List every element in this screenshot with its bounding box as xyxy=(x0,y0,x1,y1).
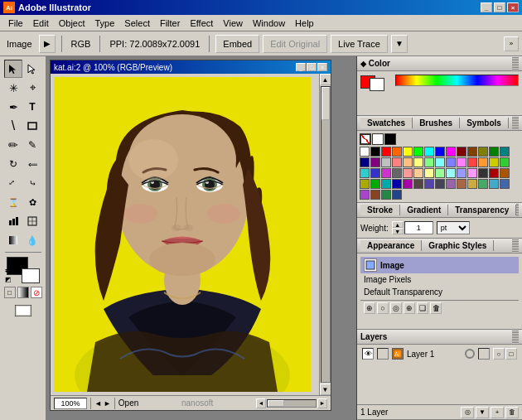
stroke-color-box[interactable] xyxy=(22,268,40,283)
weight-input[interactable] xyxy=(404,221,433,234)
swatch-item[interactable] xyxy=(392,190,402,200)
swatch-item[interactable] xyxy=(403,147,413,157)
minimize-button[interactable]: _ xyxy=(481,2,492,12)
prev-page-button[interactable]: ◄ xyxy=(94,399,102,408)
swatch-item[interactable] xyxy=(435,168,445,178)
swatch-item[interactable] xyxy=(413,179,423,189)
live-trace-arrow[interactable]: ▼ xyxy=(391,35,408,53)
swatch-item[interactable] xyxy=(478,179,488,189)
stroke-panel-grip[interactable] xyxy=(516,204,519,217)
layer-target-button[interactable] xyxy=(465,349,475,359)
menu-type[interactable]: Type xyxy=(90,17,120,30)
stroke-tab[interactable]: Stroke xyxy=(360,205,400,215)
swatch-item[interactable] xyxy=(500,157,510,167)
swatch-item[interactable] xyxy=(489,147,499,157)
swatch-item[interactable] xyxy=(457,147,466,157)
line-tool-button[interactable]: \ xyxy=(4,117,22,135)
eyedropper-tool-button[interactable]: 💧 xyxy=(23,231,41,249)
menu-file[interactable]: File xyxy=(3,17,28,30)
appearance-action-6[interactable]: 🗑 xyxy=(430,302,442,314)
live-trace-button[interactable]: Live Trace xyxy=(331,35,388,53)
swatch-item[interactable] xyxy=(446,179,456,189)
swatch-item[interactable] xyxy=(424,157,434,167)
swatch-item[interactable] xyxy=(478,147,488,157)
color-slider[interactable] xyxy=(395,75,519,86)
gradient-tab[interactable]: Gradient xyxy=(400,205,448,215)
swatches-panel-grip[interactable] xyxy=(512,117,519,130)
zoom-control[interactable] xyxy=(54,398,87,409)
edit-original-button[interactable]: Edit Original xyxy=(263,35,327,53)
column-graph-tool-button[interactable] xyxy=(4,212,22,230)
swatch-item[interactable] xyxy=(370,157,380,167)
swatch-item[interactable] xyxy=(500,147,510,157)
transparency-tab[interactable]: Transparency xyxy=(448,205,516,215)
swatch-item[interactable] xyxy=(457,157,466,167)
swatch-item[interactable] xyxy=(392,179,402,189)
layer-row-0[interactable]: 👁 Ai Layer 1 ○ □ xyxy=(359,346,520,361)
scroll-thumb[interactable] xyxy=(321,87,330,120)
scroll-right-button[interactable]: ► xyxy=(317,398,327,408)
selection-tool-button[interactable] xyxy=(4,60,22,78)
symbol-tool-button[interactable]: ✿ xyxy=(23,193,41,211)
rotate-tool-button[interactable]: ↻ xyxy=(4,155,22,173)
layer-circle-button[interactable]: ◎ xyxy=(461,407,474,418)
mesh-tool-button[interactable] xyxy=(23,212,41,230)
warp-tool-button[interactable]: ⤷ xyxy=(23,174,41,192)
pen-tool-button[interactable]: ✒ xyxy=(4,98,22,116)
none-swatch[interactable] xyxy=(360,133,371,145)
swatches-tab[interactable]: Swatches xyxy=(360,118,413,128)
screen-mode-button[interactable] xyxy=(5,302,41,320)
h-scroll-thumb[interactable] xyxy=(268,400,284,407)
close-button[interactable]: × xyxy=(507,2,519,12)
swatch-item[interactable] xyxy=(424,179,434,189)
appearance-panel-grip[interactable] xyxy=(512,239,519,253)
menu-edit[interactable]: Edit xyxy=(28,17,54,30)
color-panel-grip[interactable] xyxy=(512,57,519,70)
swatch-item[interactable] xyxy=(467,179,477,189)
swatch-item[interactable] xyxy=(435,157,445,167)
swatch-item[interactable] xyxy=(403,168,413,178)
swatch-item[interactable] xyxy=(446,147,456,157)
layer-lock-indicator[interactable] xyxy=(377,348,389,360)
title-bar-buttons[interactable]: _ □ × xyxy=(481,2,519,12)
appearance-tab[interactable]: Appearance xyxy=(360,240,422,251)
vertical-scrollbar[interactable]: ▲ ▼ xyxy=(319,74,331,395)
swap-colors-button[interactable]: ⇄ xyxy=(5,267,11,274)
swatch-item[interactable] xyxy=(381,147,391,157)
swatch-item[interactable] xyxy=(403,179,413,189)
swatch-item[interactable] xyxy=(446,157,456,167)
swatch-item[interactable] xyxy=(500,179,510,189)
swatch-item[interactable] xyxy=(457,168,466,178)
white-swatch[interactable] xyxy=(372,133,384,145)
brush-tool-button[interactable]: ✏ xyxy=(4,136,22,154)
swatch-item[interactable] xyxy=(489,157,499,167)
swatch-item[interactable] xyxy=(381,179,391,189)
swatch-item[interactable] xyxy=(403,157,413,167)
scroll-track[interactable] xyxy=(321,86,331,383)
swatch-item[interactable] xyxy=(381,168,391,178)
weight-down-button[interactable]: ▼ xyxy=(392,228,404,234)
arrow-button[interactable]: ▶ xyxy=(39,35,56,53)
appearance-action-5[interactable]: ❑ xyxy=(417,302,428,314)
swatch-item[interactable] xyxy=(489,168,499,178)
swatch-item[interactable] xyxy=(500,168,510,178)
none-mode-button[interactable]: ⊘ xyxy=(31,287,42,298)
scroll-down-button[interactable]: ▼ xyxy=(320,384,331,395)
swatch-item[interactable] xyxy=(360,147,370,157)
appearance-action-1[interactable]: ⊕ xyxy=(364,302,375,314)
appearance-action-2[interactable]: ○ xyxy=(377,302,389,314)
swatch-item[interactable] xyxy=(435,147,445,157)
swatch-item[interactable] xyxy=(381,190,391,200)
swatch-item[interactable] xyxy=(478,157,488,167)
black-swatch[interactable] xyxy=(384,133,396,145)
swatch-item[interactable] xyxy=(413,147,423,157)
type-tool-button[interactable]: T xyxy=(23,98,41,116)
doc-maximize-button[interactable]: □ xyxy=(307,63,317,71)
swatch-item[interactable] xyxy=(424,168,434,178)
swatch-item[interactable] xyxy=(489,179,499,189)
swatch-item[interactable] xyxy=(370,168,380,178)
rect-tool-button[interactable] xyxy=(23,117,41,135)
swatch-item[interactable] xyxy=(392,147,402,157)
menu-object[interactable]: Object xyxy=(54,17,90,30)
reflect-tool-button[interactable]: ⟺ xyxy=(23,155,41,173)
